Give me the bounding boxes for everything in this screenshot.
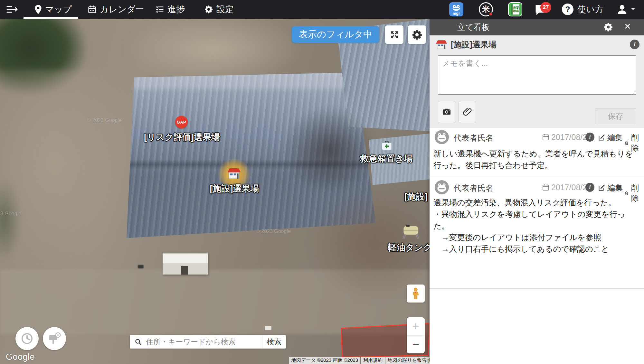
search-icon	[134, 338, 142, 346]
svg-text:mgr: mgr	[453, 11, 460, 16]
selected-item-name: [施設]選果場	[451, 39, 497, 50]
panel-title: 立て看板	[457, 22, 490, 33]
comment-item: 代表者氏名 2017/08/21 i 編集 削除	[430, 180, 644, 288]
mgr-frog-icon: mgr	[449, 2, 463, 16]
firstaid-marker[interactable]	[381, 141, 392, 151]
signboard-plus-icon	[47, 331, 62, 346]
chevron-down-icon	[631, 8, 635, 11]
divider	[430, 176, 644, 176]
sidebar-toggle-button[interactable]	[6, 5, 18, 14]
search-button[interactable]: 検索	[262, 335, 286, 349]
map-shadow-decor	[283, 106, 377, 193]
close-icon[interactable]: ✕	[624, 22, 631, 32]
gap-risk-marker[interactable]: GAP	[175, 116, 188, 128]
map-car-decor	[138, 265, 144, 268]
item-info-button[interactable]: i	[630, 40, 639, 49]
chat-button[interactable]: 27	[535, 4, 547, 16]
google-watermark: © 2023 Google	[256, 229, 291, 234]
memo-textarea[interactable]	[438, 55, 636, 95]
edit-icon	[598, 184, 605, 192]
map-pin-icon	[34, 5, 42, 14]
facility-marker[interactable]	[227, 167, 242, 180]
trash-icon	[624, 139, 629, 147]
tab-label: カレンダー	[100, 4, 144, 15]
pegman-icon	[411, 287, 420, 300]
person-icon	[616, 3, 628, 15]
panel-header: 立て看板 ✕	[430, 19, 644, 35]
mgr-app-icon[interactable]: mgr	[449, 2, 463, 16]
map-building-door-decor	[181, 266, 188, 275]
terms-link[interactable]: 利用規約	[361, 357, 385, 364]
chat-badge: 27	[540, 2, 551, 13]
add-signboard-button[interactable]	[43, 327, 66, 350]
comment-header: 代表者氏名 2017/08/21 i 編集 削除	[435, 180, 639, 194]
comment-author: 代表者氏名	[453, 133, 494, 143]
active-tab-indicator	[24, 17, 78, 19]
top-navigation: マップ カレンダー 進捗	[0, 0, 644, 19]
zoom-in-button[interactable]: +	[407, 317, 425, 335]
edit-label: 編集	[607, 183, 623, 193]
trash-icon	[624, 189, 629, 197]
signboard-panel: 立て看板 ✕ [施設]選果場 i	[430, 19, 644, 364]
tab-label: 設定	[216, 4, 234, 15]
attach-file-button[interactable]	[459, 101, 476, 123]
edit-label: 編集	[607, 133, 623, 143]
search-input[interactable]	[145, 337, 262, 347]
pesticide-search-app-icon[interactable]: 農薬検索	[508, 2, 522, 16]
facility-building-icon	[435, 39, 448, 50]
question-icon: ?	[562, 4, 573, 15]
paperclip-icon	[462, 107, 473, 117]
progress-list-icon	[155, 5, 164, 14]
fullscreen-button[interactable]	[385, 25, 403, 44]
map-search-bar: 検索	[130, 335, 286, 349]
calendar-icon	[542, 133, 550, 141]
google-watermark: © 2023 Google	[87, 117, 122, 123]
tab-calendar[interactable]: カレンダー	[88, 0, 144, 19]
map-data-credit: 地図データ ©2023 画像 ©2023	[289, 357, 360, 364]
comment-header: 代表者氏名 2017/08/23 i 編集 削除	[435, 130, 639, 144]
tab-label: 進捗	[167, 4, 185, 15]
panel-settings-button[interactable]	[603, 22, 613, 32]
map-settings-button[interactable]	[408, 25, 426, 44]
avatar	[435, 180, 449, 194]
selected-item-row: [施設]選果場 i	[430, 35, 644, 53]
comment-edit-button[interactable]: 編集	[598, 183, 623, 193]
comment-body: 選果場の交差汚染、異物混入リスク評価を行った。 ・異物混入リスクを考慮してレイア…	[433, 197, 640, 255]
rice-app-icon[interactable]: 米	[479, 2, 493, 16]
pesticide-label: 農薬検索	[513, 6, 519, 13]
pegman-button[interactable]	[407, 285, 425, 303]
tab-label: マップ	[45, 4, 72, 15]
rice-glyph: 米	[482, 4, 490, 14]
help-button[interactable]: ? 使い方	[562, 0, 604, 19]
divider	[430, 288, 644, 289]
map-truck-decor	[265, 326, 271, 330]
display-filter-button[interactable]: 表示のフィルタ中	[292, 26, 379, 43]
camera-icon	[441, 107, 452, 117]
comment-info-button[interactable]: i	[585, 183, 594, 192]
zoom-control: + −	[407, 317, 425, 353]
map-attribution: 地図データ ©2023 画像 ©2023 利用規約 地図の誤りを報告する	[289, 357, 430, 364]
comment-author: 代表者氏名	[453, 183, 494, 193]
risk-label: [リスク評価]選果場	[135, 131, 229, 143]
google-watermark: © 2023 Google	[0, 211, 21, 217]
gear-icon	[603, 22, 613, 32]
notification-dot	[489, 12, 493, 16]
help-label: 使い方	[577, 4, 604, 15]
attach-photo-button[interactable]	[438, 101, 455, 123]
history-button[interactable]	[15, 327, 39, 350]
comment-item: 代表者氏名 2017/08/23 i 編集 削除	[430, 130, 644, 176]
satellite-map[interactable]: © 2023 Google © 2023 Google © 2023 Googl…	[0, 19, 430, 364]
account-menu-button[interactable]	[616, 0, 635, 19]
zoom-out-button[interactable]: −	[407, 335, 425, 353]
map-gravel-road-decor	[0, 70, 151, 302]
tab-map[interactable]: マップ	[34, 0, 72, 19]
report-error-link[interactable]: 地図の誤りを報告する	[385, 357, 430, 364]
comment-edit-button[interactable]: 編集	[598, 133, 623, 143]
calendar-icon	[542, 183, 550, 191]
comment-info-button[interactable]: i	[585, 133, 594, 142]
clock-icon	[20, 332, 34, 345]
tab-progress[interactable]: 進捗	[155, 0, 185, 19]
save-button[interactable]: 保存	[595, 108, 636, 124]
tank-marker[interactable]	[402, 223, 420, 240]
tab-settings[interactable]: 設定	[204, 0, 234, 19]
